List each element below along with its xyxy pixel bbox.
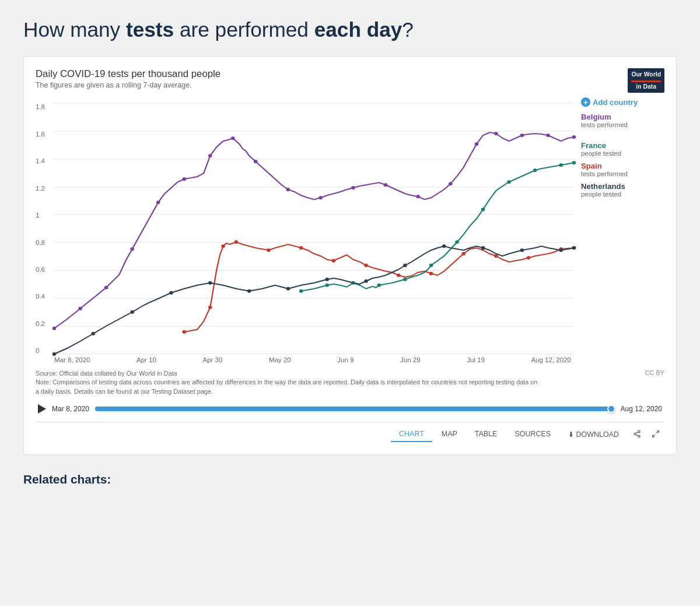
add-country[interactable]: + Add country [581,97,664,107]
tab-bar: CHART MAP TABLE SOURCES ⬇ DOWNLOAD [36,422,664,443]
svg-point-0 [52,327,57,330]
svg-point-5 [182,177,186,181]
svg-point-13 [416,195,420,198]
svg-point-39 [403,278,407,281]
svg-point-7 [231,136,235,140]
chart-svg [54,103,574,354]
belgium-line [54,132,574,328]
svg-line-67 [656,431,659,433]
svg-line-66 [636,432,638,433]
svg-point-54 [325,278,329,281]
svg-point-56 [403,264,407,267]
svg-point-41 [455,240,459,244]
play-button[interactable] [38,404,46,414]
svg-point-9 [286,188,290,191]
svg-line-65 [636,435,638,436]
svg-point-63 [634,433,636,435]
svg-point-61 [572,246,576,250]
svg-point-64 [638,435,640,437]
svg-point-48 [91,332,95,335]
svg-point-44 [533,169,537,172]
timeline-bar[interactable] [95,407,615,411]
chart-footer: Source: Official data collated by Our Wo… [36,369,664,396]
legend-france: France people tested [581,141,664,157]
svg-point-60 [559,248,563,252]
svg-point-24 [267,248,271,252]
svg-point-8 [254,160,258,163]
france-dots [299,161,576,293]
chart-title: Daily COVID-19 tests per thousand people [36,68,220,80]
svg-point-11 [351,186,355,190]
chart-title-block: Daily COVID-19 tests per thousand people… [36,68,220,89]
tab-chart[interactable]: CHART [391,427,432,442]
timeline-end-label: Aug 12, 2020 [621,405,662,413]
svg-point-27 [364,264,368,267]
svg-point-1 [78,307,82,310]
y-axis: 0 0.2 0.4 0.6 0.8 1 1.2 1.4 1.6 1.8 [36,103,54,354]
svg-point-46 [572,161,576,164]
svg-point-36 [325,283,329,287]
svg-point-16 [494,132,498,135]
tab-download[interactable]: ⬇ DOWNLOAD [560,427,627,443]
timeline-row: Mar 8, 2020 Aug 12, 2020 [36,404,664,414]
svg-point-35 [299,289,303,293]
svg-point-10 [318,196,323,199]
netherlands-line [54,246,574,354]
chart-plot [54,103,574,354]
svg-point-29 [429,272,433,275]
svg-point-28 [397,274,401,277]
netherlands-dots [52,244,576,356]
svg-point-15 [475,142,479,146]
france-line [301,163,574,291]
chart-container: Daily COVID-19 tests per thousand people… [23,56,677,455]
svg-point-53 [286,287,290,290]
share-button[interactable] [628,427,646,443]
svg-point-62 [638,430,640,433]
svg-point-45 [559,163,563,167]
svg-point-26 [332,259,336,262]
svg-point-4 [156,201,160,204]
plus-icon[interactable]: + [581,97,590,107]
timeline-handle[interactable] [607,405,615,413]
tab-sources[interactable]: SOURCES [506,427,559,442]
chart-header: Daily COVID-19 tests per thousand people… [36,68,664,93]
svg-point-22 [221,244,225,248]
chart-legend: + Add country Belgium tests performed Fr… [574,97,664,354]
svg-point-17 [520,134,524,137]
svg-point-43 [507,180,511,184]
svg-point-40 [429,264,433,267]
svg-point-47 [52,352,57,356]
svg-line-68 [653,435,655,437]
page-title: How many tests are performed each day? [23,17,677,42]
tab-table[interactable]: TABLE [467,427,506,442]
svg-point-14 [449,182,453,185]
legend-spain: Spain tests performed [581,162,664,177]
svg-point-20 [182,330,186,334]
svg-point-32 [527,256,531,260]
cc-label: CC BY [645,369,664,376]
svg-point-18 [546,134,550,137]
svg-point-58 [481,246,485,250]
svg-point-38 [377,283,382,287]
related-charts-title: Related charts: [23,472,677,486]
timeline-fill [95,407,615,411]
legend-belgium: Belgium tests performed [581,113,664,128]
legend-netherlands: Netherlands people tested [581,182,664,198]
red-bar [631,80,661,82]
svg-point-42 [481,208,485,211]
belgium-dots [52,132,576,330]
svg-point-51 [208,281,212,285]
svg-point-50 [169,291,173,295]
svg-point-57 [442,244,446,248]
svg-point-6 [208,154,212,157]
svg-point-49 [130,310,134,314]
expand-button[interactable] [647,427,664,443]
chart-subtitle: The figures are given as a rolling 7-day… [36,81,220,89]
svg-point-52 [247,289,251,293]
svg-point-25 [299,246,303,250]
timeline-start-label: Mar 8, 2020 [52,405,89,413]
tab-map[interactable]: MAP [433,427,466,442]
svg-point-19 [572,135,576,139]
svg-point-12 [384,183,388,187]
svg-point-2 [104,286,108,289]
